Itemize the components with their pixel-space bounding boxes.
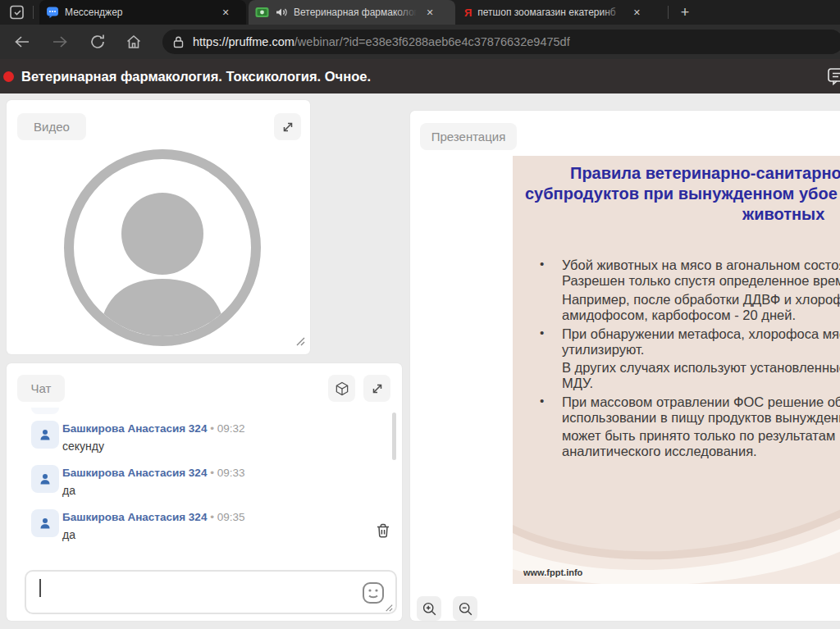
- slide-text-line: использовании в пищу продуктов вынужденн…: [562, 410, 840, 426]
- message-text: да: [62, 484, 75, 497]
- message-text: секунду: [62, 440, 104, 453]
- chat-panel-label: Чат: [17, 375, 65, 402]
- chat-expand-button[interactable]: [363, 375, 390, 402]
- chat-scrollbar[interactable]: [392, 412, 396, 460]
- delete-message-icon[interactable]: [373, 521, 393, 540]
- speaker-icon[interactable]: [275, 7, 288, 18]
- message-author: Башкирова Анастасия 324 • 09:35: [62, 511, 244, 523]
- slide-bullet-line: Убой животных на мясо в агональном состо…: [562, 258, 840, 273]
- tab-title: петшоп зоомагазин екатеринб: [477, 7, 623, 18]
- url-text: https://pruffme.com/webinar/?id=e38e3f62…: [193, 35, 570, 48]
- presentation-panel: Презентация Правила ветеринарно-санитарн…: [410, 111, 840, 621]
- address-bar[interactable]: https://pruffme.com/webinar/?id=e38e3f62…: [162, 30, 840, 54]
- user-avatar-icon: [31, 421, 59, 449]
- slide-text-line: амидофосом, карбофосом - 20 дней.: [562, 308, 796, 323]
- user-avatar-icon: [31, 465, 59, 493]
- resize-grip-icon[interactable]: [385, 604, 393, 612]
- tab-messenger[interactable]: Мессенджер ✕: [39, 0, 246, 25]
- lock-icon[interactable]: [172, 35, 185, 49]
- forward-icon[interactable]: [51, 33, 69, 51]
- tab-separator: [668, 6, 669, 19]
- presentation-panel-label: Презентация: [420, 123, 517, 150]
- back-icon[interactable]: [13, 33, 31, 51]
- yandex-icon: Я: [464, 7, 472, 19]
- tab-petshop[interactable]: Я петшоп зоомагазин екатеринб ✕: [458, 0, 664, 25]
- slide-text-line: МДУ.: [562, 376, 593, 391]
- message-author: Башкирова Анастасия 324 • 09:33: [62, 467, 244, 479]
- emoji-icon[interactable]: [361, 581, 386, 605]
- messenger-icon: [46, 6, 59, 19]
- tab-close-icon[interactable]: ✕: [629, 5, 644, 20]
- message-author: Башкирова Анастасия 324 • 09:32: [62, 422, 244, 435]
- avatar: [64, 149, 261, 346]
- tab-close-icon[interactable]: ✕: [422, 5, 437, 20]
- resize-grip-icon[interactable]: [295, 336, 305, 346]
- zoom-out-button[interactable]: [453, 596, 477, 621]
- slide-bullet-line: При массовом отравлении ФОС решение об: [562, 394, 840, 410]
- browser-window: Мессенджер ✕ Ветеринарная фармаколог ✕ Я…: [0, 0, 840, 629]
- slide-text-line: утилизируют.: [562, 342, 644, 358]
- slide-title-line: животных: [742, 205, 824, 224]
- slide-bullet-line: При обнаружении метафоса, хлорофоса мясо: [562, 326, 840, 342]
- tab-close-icon[interactable]: ✕: [218, 5, 233, 20]
- new-tab-button[interactable]: +: [674, 2, 696, 22]
- slide-text-line: Разрешен только спустя определенное врем…: [562, 273, 840, 289]
- header-chat-icon[interactable]: [827, 67, 840, 85]
- tab-title: Ветеринарная фармаколог: [294, 7, 417, 18]
- message-text: да: [62, 528, 75, 541]
- video-expand-button[interactable]: [274, 113, 301, 140]
- recording-dot-icon: [3, 71, 14, 82]
- tab-separator: [33, 6, 34, 19]
- presentation-slide: Правила ветеринарно-санитарной экспертиз…: [513, 156, 840, 584]
- chat-input-container: [25, 570, 397, 614]
- refresh-icon[interactable]: [89, 33, 107, 51]
- slide-text-line: В других случаях используют установленны…: [562, 360, 840, 376]
- avatar: [31, 408, 59, 414]
- chat-panel: Чат ··· Башкирова Анастасия 324 • 09:32 …: [7, 363, 402, 621]
- chat-3d-cube-button[interactable]: [328, 375, 355, 402]
- tab-webinar-active[interactable]: Ветеринарная фармаколог ✕: [249, 0, 455, 25]
- tab-actions-icon[interactable]: [8, 4, 26, 21]
- slide-text-line: аналитического исследования.: [562, 444, 757, 459]
- slide-title-line: субпродуктов при вынужденном убое: [525, 185, 838, 203]
- video-panel: Видео: [7, 100, 310, 354]
- slide-text-line: может быть принято только по результатам: [562, 428, 835, 444]
- home-icon[interactable]: [125, 33, 143, 51]
- slide-footer-url: www.fppt.info: [523, 567, 582, 577]
- slide-title-line: Правила ветеринарно-санитарной экспертиз…: [570, 164, 840, 183]
- video-panel-label: Видео: [17, 113, 86, 140]
- user-avatar-icon: [31, 509, 59, 537]
- slide-text-line: Например, после обработки ДДВФ и хлорофо…: [562, 292, 840, 308]
- camera-on-icon: [255, 7, 269, 18]
- webinar-title: Ветеринарная фармакология. Токсикология.…: [21, 69, 371, 84]
- zoom-in-button[interactable]: [417, 596, 441, 621]
- tab-strip: Мессенджер ✕ Ветеринарная фармаколог ✕ Я…: [0, 0, 840, 25]
- webinar-header: Ветеринарная фармакология. Токсикология.…: [0, 59, 840, 93]
- browser-toolbar: https://pruffme.com/webinar/?id=e38e3f62…: [0, 25, 840, 59]
- chat-input[interactable]: [38, 577, 349, 609]
- tab-title: Мессенджер: [65, 7, 212, 18]
